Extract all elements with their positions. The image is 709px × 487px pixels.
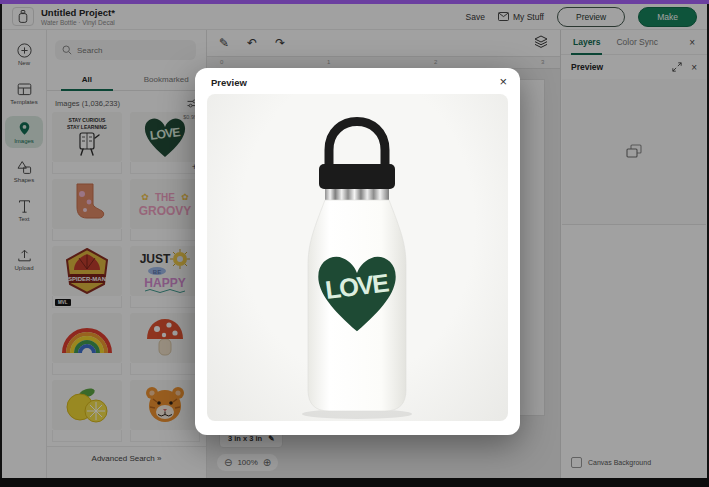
preview-modal: Preview × bbox=[195, 68, 520, 435]
window-bottom-bar bbox=[0, 478, 709, 487]
modal-title: Preview bbox=[211, 77, 247, 88]
mockup-image: LOVE bbox=[207, 94, 508, 421]
water-bottle-mockup: LOVE bbox=[207, 94, 508, 421]
modal-close-icon[interactable]: × bbox=[499, 74, 507, 89]
app-window: Untitled Project* Water Bottle · Vinyl D… bbox=[0, 0, 709, 487]
brand-purple-bar bbox=[0, 0, 709, 4]
